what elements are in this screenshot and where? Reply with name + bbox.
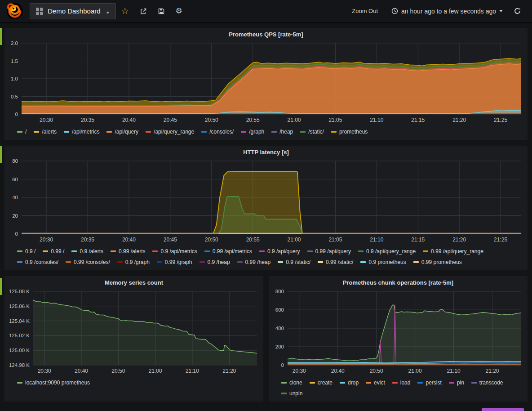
refresh-button[interactable] <box>509 7 526 15</box>
legend-item[interactable]: /static/ <box>300 127 324 136</box>
svg-text:21:10: 21:10 <box>370 237 383 243</box>
svg-text:21:00: 21:00 <box>408 368 422 374</box>
panel-title[interactable]: Prometheus chunk operations [rate-5m] <box>269 276 528 288</box>
latency-chart[interactable]: 02040608020:3020:3520:4020:4520:5020:552… <box>4 157 528 245</box>
legend-swatch <box>17 261 22 263</box>
svg-text:20:40: 20:40 <box>122 237 136 243</box>
legend-swatch <box>413 261 419 263</box>
legend-item[interactable]: 0.99 /heap <box>237 258 271 267</box>
svg-text:20:50: 20:50 <box>205 237 218 243</box>
legend-swatch <box>106 131 112 133</box>
legend-item[interactable]: 0.9 prometheus <box>360 258 406 267</box>
svg-text:125.08 K: 125.08 K <box>9 289 30 294</box>
legend-item[interactable]: 0.99 /graph <box>157 258 192 267</box>
legend-item[interactable]: 0.99 / <box>43 247 64 256</box>
legend-item[interactable]: persist <box>417 378 441 387</box>
svg-text:125.04 K: 125.04 K <box>9 318 30 324</box>
legend-swatch <box>201 131 207 133</box>
qps-chart[interactable]: 00.51.01.52.020:3020:3520:4020:4520:5020… <box>4 40 528 125</box>
legend-item[interactable]: unpin <box>281 389 302 398</box>
row-collapse-tab[interactable] <box>0 146 2 163</box>
legend-item[interactable]: 0.9 /graph <box>117 258 150 267</box>
legend-swatch <box>417 382 423 384</box>
legend-item[interactable]: create <box>310 378 332 387</box>
svg-text:20:55: 20:55 <box>246 117 260 123</box>
legend-item[interactable]: /heap <box>271 127 293 136</box>
add-row-button[interactable]: + ADD ROW <box>482 408 524 411</box>
legend-item[interactable]: 0.99 /api/query_range <box>423 247 483 256</box>
share-button[interactable] <box>134 8 152 15</box>
legend-item[interactable]: evict <box>366 378 385 387</box>
svg-text:21:05: 21:05 <box>328 237 342 243</box>
legend-item[interactable]: 0.9 /static/ <box>278 258 310 267</box>
svg-text:20:40: 20:40 <box>75 368 88 374</box>
dashboard-picker-button[interactable]: Demo Dashboard <box>30 3 116 19</box>
legend-item[interactable]: pin <box>449 378 464 387</box>
legend-item[interactable]: 0.9 /heap <box>200 258 230 267</box>
time-picker-button[interactable]: an hour ago to a few seconds ago <box>385 8 509 15</box>
legend-swatch <box>281 393 287 394</box>
legend-item[interactable]: drop <box>340 378 359 387</box>
legend-item[interactable]: /graph <box>241 127 264 136</box>
panel-title[interactable]: Memory series count <box>4 276 263 288</box>
legend-swatch <box>449 382 454 384</box>
svg-text:125.06 K: 125.06 K <box>9 304 30 309</box>
panel-title[interactable]: HTTP latency [s] <box>4 146 528 157</box>
svg-text:2.0: 2.0 <box>11 40 18 46</box>
legend-item[interactable]: /api/query <box>106 127 138 136</box>
panel-title[interactable]: Prometheus QPS [rate-5m] <box>4 28 528 40</box>
legend-item[interactable]: clone <box>281 378 302 387</box>
legend-item[interactable]: localhost:9090 prometheus <box>17 378 90 387</box>
svg-text:0: 0 <box>281 362 284 368</box>
legend-item[interactable]: 0.99 /consoles/ <box>66 258 110 267</box>
zoom-out-button[interactable]: Zoom Out <box>345 8 385 14</box>
svg-text:21:00: 21:00 <box>288 237 301 243</box>
legend-swatch <box>318 261 323 263</box>
legend-item[interactable]: /alerts <box>34 127 57 136</box>
legend-item[interactable]: 0.99 /alerts <box>111 247 145 256</box>
legend-item[interactable]: 0.9 / <box>17 247 35 256</box>
legend-swatch <box>423 250 428 252</box>
legend-swatch <box>157 261 162 263</box>
legend-item[interactable]: 0.9 /api/query <box>259 247 300 256</box>
legend-item[interactable]: / <box>17 127 27 136</box>
svg-text:20:30: 20:30 <box>38 368 51 374</box>
legend-item[interactable]: 0.99 prometheus <box>413 258 462 267</box>
legend-swatch <box>200 261 205 263</box>
navbar: Demo Dashboard ☆ ⚙ Zoom Out an hour ago … <box>0 0 532 23</box>
refresh-icon <box>514 7 521 15</box>
legend-item[interactable]: 0.99 /api/query <box>307 247 351 256</box>
legend-swatch <box>358 250 364 252</box>
legend-swatch <box>278 261 283 263</box>
memory-legend: localhost:9090 prometheus <box>4 376 263 391</box>
memory-chart[interactable]: 124.98 K125.00 K125.02 K125.04 K125.06 K… <box>4 288 263 376</box>
legend-item[interactable]: /api/metrics <box>64 127 99 136</box>
svg-text:21:00: 21:00 <box>149 368 162 374</box>
save-button[interactable] <box>152 8 170 15</box>
panel-prometheus-qps: Prometheus QPS [rate-5m] 00.51.01.52.020… <box>4 28 528 140</box>
legend-item[interactable]: /api/query_range <box>146 127 194 136</box>
legend-item[interactable]: transcode <box>471 378 503 387</box>
svg-text:0: 0 <box>15 231 18 237</box>
legend-swatch <box>146 131 151 133</box>
chunk-ops-chart[interactable]: 020040060080020:3020:4020:5021:0021:1021… <box>269 288 528 376</box>
legend-item[interactable]: 0.9 /consoles/ <box>17 258 58 267</box>
legend-item[interactable]: prometheus <box>331 127 368 136</box>
legend-item[interactable]: 0.99 /static/ <box>318 258 353 267</box>
settings-button[interactable]: ⚙ <box>170 7 188 15</box>
grafana-logo-icon <box>6 3 23 20</box>
legend-item[interactable]: 0.9 /alerts <box>71 247 103 256</box>
star-button[interactable]: ☆ <box>116 7 134 15</box>
legend-item[interactable]: /consoles/ <box>201 127 234 136</box>
row-collapse-tab[interactable] <box>0 28 2 45</box>
legend-item[interactable]: 0.9 /api/query_range <box>358 247 416 256</box>
legend-swatch <box>471 382 477 384</box>
row-collapse-tab[interactable] <box>0 278 2 295</box>
panel-chunk-operations: Prometheus chunk operations [rate-5m] 02… <box>269 276 528 402</box>
svg-text:124.98 K: 124.98 K <box>9 362 30 368</box>
svg-text:0.5: 0.5 <box>11 94 18 99</box>
legend-item[interactable]: 0.9 /api/metrics <box>152 247 197 256</box>
legend-swatch <box>310 382 315 384</box>
legend-item[interactable]: 0.99 /api/metrics <box>204 247 252 256</box>
legend-item[interactable]: load <box>392 378 411 387</box>
